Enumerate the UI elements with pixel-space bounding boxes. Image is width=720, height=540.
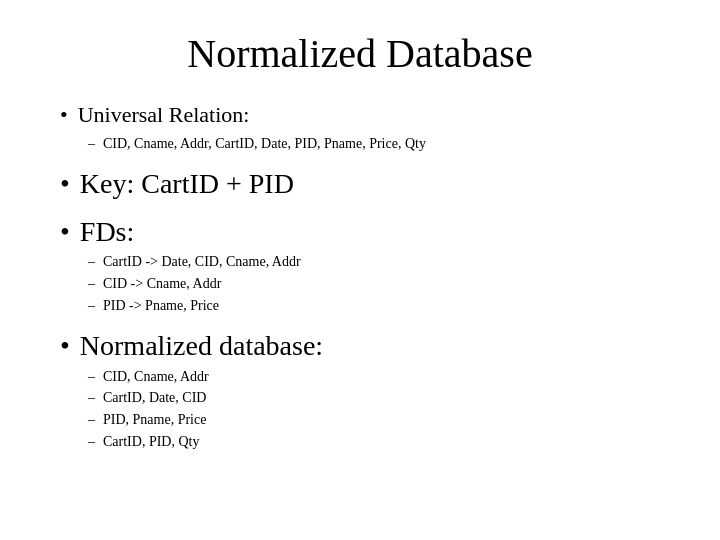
bullet-item-fds: • FDs: [60, 215, 660, 249]
sub-item-fds-2: – PID -> Pname, Price [88, 296, 660, 316]
sub-text-norm-1: CartID, Date, CID [103, 388, 206, 408]
section-universal-relation: • Universal Relation: – CID, Cname, Addr… [60, 101, 660, 153]
sub-text-universal-0: CID, Cname, Addr, CartID, Date, PID, Pna… [103, 134, 426, 154]
key-label: Key: CartID + PID [80, 167, 294, 201]
sub-text-norm-0: CID, Cname, Addr [103, 367, 209, 387]
section-fds: • FDs: – CartID -> Date, CID, Cname, Add… [60, 215, 660, 315]
section-normalized-db: • Normalized database: – CID, Cname, Add… [60, 329, 660, 451]
fds-label: FDs: [80, 215, 134, 249]
sub-item-fds-1: – CID -> Cname, Addr [88, 274, 660, 294]
content-area: • Universal Relation: – CID, Cname, Addr… [60, 101, 660, 457]
sub-dash-fds-1: – [88, 274, 95, 294]
sub-text-norm-3: CartID, PID, Qty [103, 432, 199, 452]
sub-dash-norm-2: – [88, 410, 95, 430]
sub-text-fds-2: PID -> Pname, Price [103, 296, 219, 316]
sub-dash-fds-2: – [88, 296, 95, 316]
sub-item-fds-0: – CartID -> Date, CID, Cname, Addr [88, 252, 660, 272]
universal-relation-sub-items: – CID, Cname, Addr, CartID, Date, PID, P… [88, 134, 660, 154]
sub-dash-norm-0: – [88, 367, 95, 387]
sub-item-norm-2: – PID, Pname, Price [88, 410, 660, 430]
sub-item-norm-1: – CartID, Date, CID [88, 388, 660, 408]
slide: Normalized Database • Universal Relation… [0, 0, 720, 540]
universal-relation-label: Universal Relation: [78, 101, 250, 130]
fds-sub-items: – CartID -> Date, CID, Cname, Addr – CID… [88, 252, 660, 315]
bullet-icon-fds: • [60, 215, 70, 249]
sub-dash-0: – [88, 134, 95, 154]
slide-title: Normalized Database [60, 30, 660, 77]
sub-dash-fds-0: – [88, 252, 95, 272]
bullet-item-key: • Key: CartID + PID [60, 167, 660, 201]
bullet-item-normalized-db: • Normalized database: [60, 329, 660, 363]
sub-text-fds-1: CID -> Cname, Addr [103, 274, 221, 294]
sub-item-norm-3: – CartID, PID, Qty [88, 432, 660, 452]
sub-dash-norm-1: – [88, 388, 95, 408]
sub-dash-norm-3: – [88, 432, 95, 452]
bullet-icon-key: • [60, 167, 70, 201]
normalized-db-sub-items: – CID, Cname, Addr – CartID, Date, CID –… [88, 367, 660, 451]
sub-item-norm-0: – CID, Cname, Addr [88, 367, 660, 387]
bullet-icon-normalized: • [60, 329, 70, 363]
bullet-icon-universal: • [60, 101, 68, 130]
normalized-db-label: Normalized database: [80, 329, 323, 363]
sub-text-norm-2: PID, Pname, Price [103, 410, 206, 430]
bullet-item-universal-relation: • Universal Relation: [60, 101, 660, 130]
sub-text-fds-0: CartID -> Date, CID, Cname, Addr [103, 252, 301, 272]
sub-item-universal-0: – CID, Cname, Addr, CartID, Date, PID, P… [88, 134, 660, 154]
